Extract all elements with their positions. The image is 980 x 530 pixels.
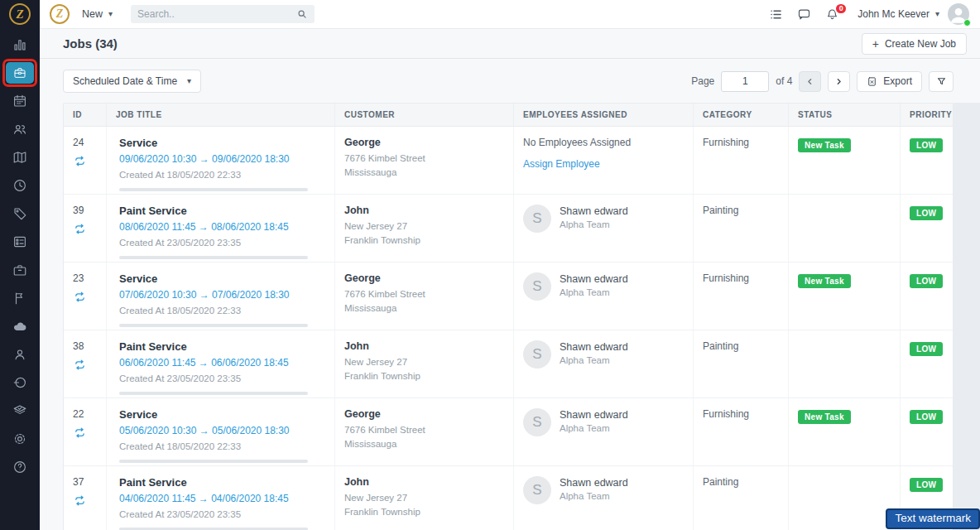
topbar-brand-logo[interactable]: Z <box>50 4 70 24</box>
status-badge: New Task <box>798 274 851 288</box>
column-header-category[interactable]: CATEGORY <box>694 104 789 126</box>
job-schedule-link[interactable]: 05/06/2020 10:30 → 05/06/2020 18:30 <box>119 425 328 436</box>
sidebar-item-timer[interactable] <box>0 369 40 397</box>
job-created-at: Created At 18/05/2020 22:33 <box>119 306 328 316</box>
customer-address-line2: Mississauga <box>344 301 507 316</box>
cell-customer: George7676 Kimbel StreetMississauga <box>335 398 514 465</box>
previous-page-button[interactable] <box>799 71 821 92</box>
recurring-job-icon[interactable] <box>73 155 87 167</box>
column-header-priority[interactable]: PRIORITY <box>901 104 953 126</box>
job-title: Paint Service <box>119 476 328 489</box>
cell-id: 37 <box>64 466 107 530</box>
filter-button[interactable] <box>929 71 954 92</box>
column-header-employees-assigned[interactable]: EMPLOYEES ASSIGNED <box>514 104 694 126</box>
job-created-at: Created At 18/05/2020 22:33 <box>119 441 328 451</box>
create-new-job-button[interactable]: + Create New Job <box>862 33 967 55</box>
cell-status <box>789 330 901 398</box>
cell-category: Painting <box>694 330 789 398</box>
notification-count-badge: 0 <box>834 2 848 15</box>
sidebar-item-reports[interactable] <box>0 284 40 312</box>
employee-team: Alpha Team <box>560 219 628 229</box>
chat-icon[interactable] <box>790 7 818 22</box>
customer-address-line2: Mississauga <box>344 166 507 180</box>
column-header-id[interactable]: ID <box>64 104 107 126</box>
search-icon[interactable] <box>296 8 308 20</box>
sidebar-item-help[interactable] <box>0 453 40 481</box>
new-dropdown[interactable]: New ▾ <box>82 8 113 20</box>
table-body: 24Service09/06/2020 10:30 → 09/06/2020 1… <box>64 127 953 530</box>
sidebar-item-quotes[interactable] <box>0 228 40 256</box>
job-schedule-link[interactable]: 06/06/2020 11:45 → 06/06/2020 18:45 <box>119 357 328 369</box>
search-box[interactable] <box>131 5 315 23</box>
recurring-job-icon[interactable] <box>73 426 87 439</box>
cell-status: New Task <box>789 127 901 194</box>
text-watermark: Text watermark <box>886 508 980 529</box>
employee-avatar: S <box>523 205 551 233</box>
sidebar-item-customers[interactable] <box>0 340 40 369</box>
export-button[interactable]: Export <box>857 71 922 92</box>
sidebar-item-cloud[interactable] <box>0 312 40 340</box>
user-avatar[interactable] <box>948 3 969 25</box>
list-view-icon[interactable] <box>761 7 790 22</box>
column-header-customer[interactable]: CUSTOMER <box>335 104 514 126</box>
customer-address-line1: 7676 Kimbel Street <box>344 423 507 437</box>
job-category: Painting <box>703 340 781 352</box>
page-title: Jobs (34) <box>63 36 118 51</box>
sidebar-item-assets[interactable] <box>0 256 40 284</box>
employee-info: SShawn edwardAlpha Team <box>523 408 686 436</box>
sidebar-item-map[interactable] <box>0 143 40 171</box>
employee-text: Shawn edwardAlpha Team <box>560 272 628 297</box>
new-dropdown-label: New <box>82 8 103 20</box>
job-id: 38 <box>73 340 99 352</box>
quotes-icon <box>12 234 27 249</box>
column-header-job-title[interactable]: JOB TITLE <box>107 104 335 126</box>
sidebar-item-timesheets[interactable] <box>0 171 40 200</box>
sort-dropdown[interactable]: Scheduled Date & Time ▾ <box>63 70 201 93</box>
table-row[interactable]: 22Service05/06/2020 10:30 → 05/06/2020 1… <box>64 398 953 466</box>
user-menu[interactable]: John Mc Keever ▾ <box>858 8 939 20</box>
cell-job-title: Paint Service04/06/2020 11:45 → 04/06/20… <box>107 466 335 530</box>
tags-icon <box>12 206 27 221</box>
cell-id: 24 <box>64 127 107 194</box>
job-schedule-link[interactable]: 07/06/2020 10:30 → 07/06/2020 18:30 <box>119 289 328 301</box>
sidebar-item-approvals[interactable] <box>0 397 40 425</box>
column-header-status[interactable]: STATUS <box>789 104 901 126</box>
priority-badge: LOW <box>910 138 943 152</box>
sidebar-item-teams[interactable] <box>0 115 40 143</box>
jobs-table: ID JOB TITLE CUSTOMER EMPLOYEES ASSIGNED… <box>63 103 954 530</box>
sidebar-item-settings[interactable] <box>0 425 40 453</box>
table-scrollbar-track[interactable] <box>954 103 980 530</box>
recurring-job-icon[interactable] <box>73 494 87 507</box>
export-label: Export <box>883 75 912 87</box>
job-schedule-link[interactable]: 08/06/2020 11:45 → 08/06/2020 18:45 <box>119 221 328 233</box>
table-row[interactable]: 38Paint Service06/06/2020 11:45 → 06/06/… <box>64 330 953 398</box>
cell-category: Furnishing <box>694 127 789 194</box>
sidebar-item-dashboard[interactable] <box>0 31 40 59</box>
table-header-row: ID JOB TITLE CUSTOMER EMPLOYEES ASSIGNED… <box>64 104 953 127</box>
cell-priority: LOW <box>901 127 953 194</box>
notifications-bell-icon[interactable]: 0 <box>818 7 846 22</box>
job-progress-bar <box>119 324 308 327</box>
table-row[interactable]: 37Paint Service04/06/2020 11:45 → 04/06/… <box>64 466 953 530</box>
recurring-job-icon[interactable] <box>73 291 87 303</box>
settings-icon <box>12 431 27 446</box>
sidebar-item-tags[interactable] <box>0 200 40 228</box>
page-total: of 4 <box>776 75 792 87</box>
customer-address-line2: Mississauga <box>344 437 507 451</box>
next-page-button[interactable] <box>828 71 850 92</box>
table-row[interactable]: 23Service07/06/2020 10:30 → 07/06/2020 1… <box>64 263 953 330</box>
timesheets-icon <box>12 178 27 193</box>
page-number-input[interactable] <box>721 71 769 92</box>
table-row[interactable]: 39Paint Service08/06/2020 11:45 → 08/06/… <box>64 195 953 263</box>
recurring-job-icon[interactable] <box>73 223 87 235</box>
sidebar-item-jobs[interactable] <box>0 59 40 87</box>
assign-employee-link[interactable]: Assign Employee <box>523 158 686 170</box>
sidebar-brand-logo[interactable]: Z <box>9 3 31 25</box>
table-row[interactable]: 24Service09/06/2020 10:30 → 09/06/2020 1… <box>64 127 953 195</box>
job-schedule-link[interactable]: 04/06/2020 11:45 → 04/06/2020 18:45 <box>119 493 328 504</box>
employee-name: Shawn edward <box>560 273 628 285</box>
search-input[interactable] <box>137 8 296 20</box>
recurring-job-icon[interactable] <box>73 359 87 371</box>
sidebar-item-scheduling[interactable] <box>0 87 40 115</box>
job-schedule-link[interactable]: 09/06/2020 10:30 → 09/06/2020 18:30 <box>119 153 328 165</box>
